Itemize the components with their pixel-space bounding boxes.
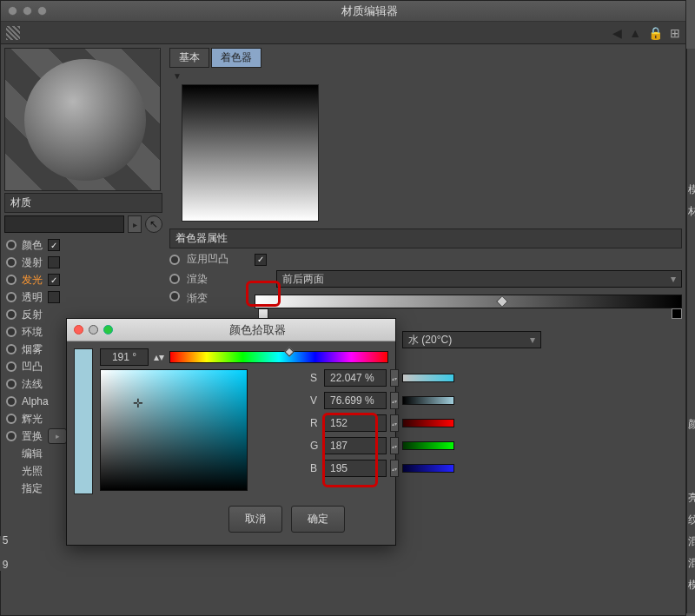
s-input[interactable]: 22.047 % (324, 369, 387, 387)
grid-icon[interactable] (6, 26, 20, 40)
bump-checkbox[interactable]: ✓ (255, 254, 267, 266)
r-input[interactable]: 152 (324, 414, 387, 432)
hue-stepper[interactable]: ▴▾ (154, 351, 164, 363)
tab-shader[interactable]: 着色器 (211, 48, 261, 68)
picker-cursor-icon[interactable]: ↖ (145, 215, 162, 233)
stepper[interactable]: ▴▾ (390, 414, 399, 432)
sv-picker-area[interactable]: ✛ (100, 369, 248, 491)
window-title: 材质编辑器 (54, 3, 685, 19)
close-icon[interactable] (74, 325, 83, 334)
gradient-bar[interactable] (255, 295, 682, 308)
back-arrow-icon[interactable]: ◀ (612, 26, 622, 40)
radio-icon[interactable] (169, 274, 180, 284)
material-dropdown-icon[interactable]: ▸ (128, 215, 142, 233)
strip-item[interactable]: 亮 (687, 487, 695, 509)
strip-item[interactable]: 纹 (687, 509, 695, 531)
prop-color[interactable]: 颜色✓ (4, 236, 162, 254)
gradient-stop-right[interactable] (672, 308, 682, 319)
r-slider[interactable] (402, 419, 454, 427)
v-slider[interactable] (402, 396, 454, 405)
prop-transparency[interactable]: 透明 (4, 288, 162, 306)
ok-button[interactable]: 确定 (291, 506, 345, 533)
stepper[interactable]: ▴▾ (390, 369, 399, 387)
color-swatch[interactable] (74, 348, 93, 494)
bump-label: 应用凹凸 (187, 252, 248, 267)
strip-item[interactable]: 模 (687, 574, 695, 596)
checkbox[interactable]: ✓ (48, 239, 60, 251)
s-slider[interactable] (402, 374, 454, 382)
add-icon[interactable]: ⊞ (670, 26, 680, 40)
picker-titlebar[interactable]: 颜色拾取器 (67, 319, 395, 341)
hue-input[interactable]: 191 ° (100, 348, 149, 366)
render-label: 渲染 (187, 272, 248, 287)
preset-select[interactable]: 水 (20°C) (402, 331, 541, 348)
v-input[interactable]: 76.699 % (324, 392, 387, 409)
strip-item[interactable]: 混 (687, 531, 695, 553)
color-picker-dialog: 颜色拾取器 191 ° ▴▾ ✛ S22.047 %▴▾ V76.699 %▴▾… (66, 318, 396, 546)
minimize-icon[interactable] (23, 6, 32, 16)
maximize-icon[interactable] (103, 325, 113, 334)
strip-item[interactable]: 颜 (687, 414, 695, 435)
checkbox[interactable]: ✓ (48, 274, 60, 286)
expand-icon[interactable]: ▼ (173, 71, 682, 81)
checkbox[interactable] (48, 256, 60, 268)
prop-luminance[interactable]: 发光✓ (4, 271, 162, 288)
gradient-midpoint-handle[interactable] (496, 295, 508, 308)
strip-item[interactable]: 模 (687, 179, 695, 201)
g-slider[interactable] (402, 441, 454, 450)
b-input[interactable]: 195 (324, 460, 387, 477)
picker-title: 颜色拾取器 (120, 322, 395, 338)
material-section-label: 材质 (4, 193, 162, 213)
close-icon[interactable] (8, 6, 17, 16)
material-name-input[interactable] (4, 215, 124, 233)
up-arrow-icon[interactable]: ▲ (629, 26, 641, 40)
right-sidebar-strip: 模 材 颜 亮 纹 混 混 模 (686, 49, 695, 613)
hue-knob-icon[interactable] (284, 347, 294, 356)
minimize-icon[interactable] (89, 325, 98, 334)
gradient-label: 渐变 (187, 291, 248, 306)
lock-icon[interactable]: 🔒 (648, 26, 663, 40)
shader-preview[interactable] (182, 84, 319, 222)
render-select[interactable]: 前后两面 (276, 270, 682, 288)
left-gutter-numbers: 5 9 (0, 536, 10, 571)
g-input[interactable]: 187 (324, 437, 387, 454)
toolbar: ◀ ▲ 🔒 ⊞ (1, 22, 685, 44)
prop-diffuse[interactable]: 漫射 (4, 254, 162, 271)
checkbox[interactable] (48, 291, 60, 303)
stepper[interactable]: ▴▾ (390, 392, 399, 409)
annotation-highlight (246, 281, 281, 307)
strip-item[interactable]: 材 (687, 201, 695, 222)
maximize-icon[interactable] (37, 6, 47, 16)
hue-slider[interactable] (169, 351, 388, 363)
play-icon[interactable]: ▸ (48, 428, 67, 444)
tab-basic[interactable]: 基本 (169, 48, 209, 68)
sv-cursor-icon: ✛ (133, 398, 143, 408)
b-slider[interactable] (402, 464, 454, 473)
shader-props-heading: 着色器属性 (169, 229, 682, 248)
stepper[interactable]: ▴▾ (390, 437, 399, 454)
material-preview[interactable] (4, 48, 161, 191)
radio-icon[interactable] (169, 255, 180, 265)
strip-item[interactable]: 混 (687, 553, 695, 574)
radio-icon[interactable] (169, 291, 180, 301)
main-titlebar: 材质编辑器 (1, 1, 685, 22)
cancel-button[interactable]: 取消 (228, 506, 282, 533)
stepper[interactable]: ▴▾ (390, 460, 399, 477)
